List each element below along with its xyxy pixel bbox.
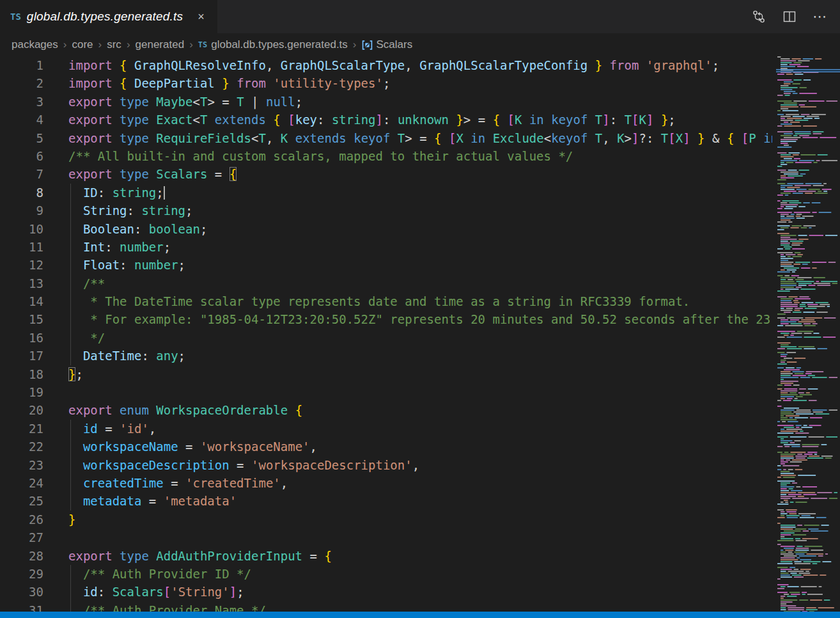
line-number: 29 — [0, 565, 43, 583]
code-line-28[interactable]: 28export type AddAuthProviderInput = { — [0, 547, 772, 565]
code-line-23[interactable]: 23 workspaceDescription = 'workspaceDesc… — [0, 456, 772, 474]
text-cursor — [164, 186, 165, 200]
code-line-2[interactable]: 2import { DeepPartial } from 'utility-ty… — [0, 74, 772, 92]
line-number: 17 — [0, 347, 43, 365]
code-line-25[interactable]: 25 metadata = 'metadata' — [0, 492, 772, 510]
line-number: 25 — [0, 492, 43, 510]
code-editor[interactable]: 1import { GraphQLResolveInfo, GraphQLSca… — [0, 56, 772, 618]
code-line-10[interactable]: 10 Boolean: boolean; — [0, 220, 772, 238]
code-text: import { GraphQLResolveInfo, GraphQLScal… — [68, 56, 719, 74]
code-line-7[interactable]: 7export type Scalars = { — [0, 165, 772, 183]
code-line-3[interactable]: 3export type Maybe<T> = T | null; — [0, 93, 772, 111]
code-text: ID: string; — [68, 184, 165, 202]
code-text: id: Scalars['String']; — [68, 583, 244, 601]
code-text: /** Auth Provider ID */ — [68, 565, 251, 583]
line-number: 9 — [0, 202, 43, 219]
code-line-19[interactable]: 19 — [0, 383, 772, 401]
indent-guide — [70, 347, 71, 365]
code-text: Boolean: boolean; — [68, 220, 207, 238]
line-number: 2 — [0, 74, 43, 92]
code-text: workspaceName = 'workspaceName', — [68, 438, 317, 456]
code-line-30[interactable]: 30 id: Scalars['String']; — [0, 583, 772, 601]
line-number: 18 — [0, 365, 43, 383]
indent-guide — [70, 474, 71, 492]
indent-guide — [70, 274, 71, 292]
line-number: 10 — [0, 220, 43, 238]
code-line-17[interactable]: 17 DateTime: any; — [0, 347, 772, 365]
code-text: } — [68, 511, 75, 528]
breadcrumb-label: core — [72, 38, 93, 51]
indent-guide — [70, 329, 71, 347]
breadcrumb-separator: › — [98, 38, 102, 51]
code-line-27[interactable]: 27 — [0, 528, 772, 546]
code-line-22[interactable]: 22 workspaceName = 'workspaceName', — [0, 438, 772, 456]
code-line-29[interactable]: 29 /** Auth Provider ID */ — [0, 565, 772, 583]
close-tab-icon[interactable]: × — [195, 9, 207, 25]
code-text: export enum WorkspaceOrderable { — [68, 401, 302, 419]
line-number: 23 — [0, 456, 43, 474]
code-line-13[interactable]: 13 /** — [0, 274, 772, 292]
breadcrumb-label: generated — [136, 38, 185, 51]
indent-guide — [70, 456, 71, 474]
code-line-12[interactable]: 12 Float: number; — [0, 256, 772, 274]
code-line-26[interactable]: 26} — [0, 511, 772, 528]
line-number: 7 — [0, 165, 43, 183]
code-text: * The DateTime scalar type represents da… — [68, 292, 690, 310]
breadcrumb-item-scalars[interactable]: Scalars — [362, 38, 413, 51]
code-line-5[interactable]: 5export type RequireFields<T, K extends … — [0, 129, 772, 147]
code-line-8[interactable]: 8 ID: string; — [0, 184, 772, 202]
breadcrumb-item-generated[interactable]: generated — [136, 38, 185, 51]
code-line-24[interactable]: 24 createdTime = 'createdTime', — [0, 474, 772, 492]
tab-global-db-types-generated[interactable]: TS global.db.types.generated.ts × — [0, 0, 217, 33]
line-number: 21 — [0, 420, 43, 438]
indent-guide — [70, 220, 71, 238]
breadcrumb-item-global-db-types-generated-ts[interactable]: TSglobal.db.types.generated.ts — [198, 38, 348, 51]
indent-guide — [70, 256, 71, 274]
line-number: 3 — [0, 93, 43, 111]
code-line-4[interactable]: 4export type Exact<T extends { [key: str… — [0, 111, 772, 129]
code-text: metadata = 'metadata' — [68, 492, 237, 510]
code-text: id = 'id', — [68, 420, 156, 438]
tab-title: global.db.types.generated.ts — [27, 10, 183, 24]
breadcrumb-label: packages — [12, 38, 58, 51]
minimap[interactable] — [776, 56, 840, 612]
code-text: DateTime: any; — [68, 347, 185, 365]
code-text: Float: number; — [68, 256, 185, 274]
code-text: createdTime = 'createdTime', — [68, 474, 288, 492]
code-line-18[interactable]: 18}; — [0, 365, 772, 383]
line-number: 1 — [0, 56, 43, 74]
indent-guide — [70, 292, 71, 310]
breadcrumb-separator: › — [127, 38, 130, 51]
line-number: 22 — [0, 438, 43, 456]
code-line-14[interactable]: 14 * The DateTime scalar type represents… — [0, 292, 772, 310]
code-line-11[interactable]: 11 Int: number; — [0, 238, 772, 256]
breadcrumb-item-src[interactable]: src — [107, 38, 121, 51]
code-text: */ — [68, 329, 105, 347]
code-line-21[interactable]: 21 id = 'id', — [0, 420, 772, 438]
breadcrumb: packages›core›src›generated›TSglobal.db.… — [0, 33, 840, 56]
breadcrumb-item-core[interactable]: core — [72, 38, 93, 51]
breadcrumb-separator: › — [63, 38, 67, 51]
vscode-window: TS global.db.types.generated.ts × ⋯ pack… — [0, 0, 840, 618]
code-line-6[interactable]: 6/** All built-in and custom scalars, ma… — [0, 147, 772, 165]
line-number: 11 — [0, 238, 43, 256]
code-text: * For example: "1985-04-12T23:20:50.52Z"… — [68, 310, 770, 328]
line-number: 20 — [0, 401, 43, 419]
code-line-15[interactable]: 15 * For example: "1985-04-12T23:20:50.5… — [0, 310, 772, 328]
code-line-20[interactable]: 20export enum WorkspaceOrderable { — [0, 401, 772, 419]
split-editor-icon[interactable] — [779, 6, 800, 28]
code-text: String: string; — [68, 202, 193, 219]
line-number: 30 — [0, 583, 43, 601]
status-bar-edge — [0, 612, 840, 618]
line-number: 6 — [0, 147, 43, 165]
code-line-1[interactable]: 1import { GraphQLResolveInfo, GraphQLSca… — [0, 56, 772, 74]
breadcrumb-label: Scalars — [377, 38, 413, 51]
line-number: 26 — [0, 511, 43, 528]
more-actions-icon[interactable]: ⋯ — [809, 6, 831, 28]
typescript-file-icon: TS — [198, 40, 207, 49]
code-line-9[interactable]: 9 String: string; — [0, 202, 772, 219]
breadcrumb-item-packages[interactable]: packages — [12, 38, 58, 51]
open-changes-icon[interactable] — [748, 6, 770, 28]
typescript-file-icon: TS — [10, 12, 21, 22]
code-line-16[interactable]: 16 */ — [0, 329, 772, 347]
